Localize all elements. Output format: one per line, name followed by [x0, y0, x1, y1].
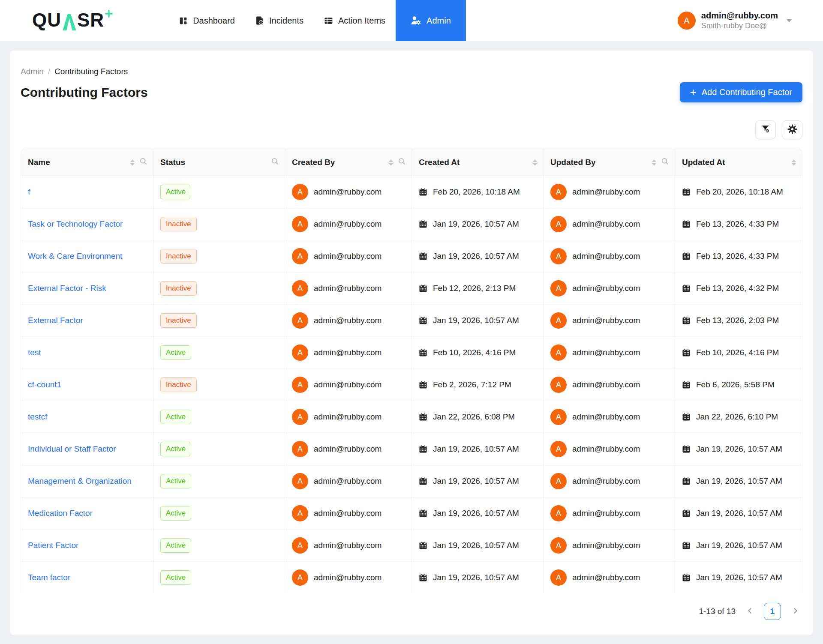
created-at-cell: Jan 19, 2026, 10:57 AM	[412, 497, 544, 529]
sort-toggle-icon[interactable]	[792, 159, 796, 166]
calendar-icon	[682, 541, 691, 550]
created-by-email: admin@rubby.com	[314, 444, 381, 454]
updated-at-cell: Jan 22, 2026, 6:10 PM	[675, 401, 802, 433]
updated-at-text: Feb 6, 2026, 5:58 PM	[696, 380, 775, 389]
created-by-avatar: A	[292, 505, 308, 521]
updated-at-text: Feb 13, 2026, 4:33 PM	[696, 219, 779, 229]
calendar-icon	[419, 509, 427, 518]
sort-toggle-icon[interactable]	[389, 159, 393, 166]
nav-item-admin[interactable]: Admin	[396, 0, 466, 41]
created-by-cell: A admin@rubby.com	[285, 497, 412, 529]
calendar-icon	[419, 413, 427, 421]
row-name-link[interactable]: Work & Care Environment	[28, 252, 122, 261]
status-badge: Active	[160, 506, 191, 520]
next-page-button[interactable]	[789, 604, 802, 619]
add-contributing-factor-button[interactable]: + Add Contributing Factor	[680, 82, 802, 102]
updated-by-cell: A admin@rubby.com	[544, 465, 675, 497]
created-by-cell: A admin@rubby.com	[285, 401, 412, 433]
search-icon[interactable]	[271, 158, 279, 167]
updated-by-email: admin@rubby.com	[572, 412, 640, 422]
created-by-cell: A admin@rubby.com	[285, 305, 412, 336]
row-name-link[interactable]: cf-count1	[28, 380, 61, 389]
status-badge: Active	[160, 570, 191, 584]
sort-toggle-icon[interactable]	[130, 159, 135, 166]
table-settings-button[interactable]	[782, 120, 802, 139]
updated-by-email: admin@rubby.com	[572, 252, 640, 261]
column-header-updated-at[interactable]: Updated At	[675, 149, 802, 176]
created-at-cell: Jan 19, 2026, 10:57 AM	[412, 562, 544, 593]
status-cell: Inactive	[153, 369, 285, 401]
row-name-link[interactable]: f	[28, 187, 30, 197]
updated-by-cell: A admin@rubby.com	[544, 562, 675, 593]
updated-by-email: admin@rubby.com	[572, 316, 640, 325]
status-badge: Active	[160, 474, 191, 488]
calendar-icon	[682, 220, 691, 228]
nav-item-incidents[interactable]: Incidents	[245, 0, 314, 41]
name-cell: cf-count1	[21, 369, 153, 401]
status-badge: Inactive	[160, 377, 197, 392]
user-menu[interactable]: A admin@rubby.com Smith-rubby Doe@	[678, 10, 792, 31]
nav-item-label: Dashboard	[193, 16, 235, 26]
contributing-factors-table: Name Status Created By	[21, 149, 802, 593]
table-row: Medication Factor Active A admin@rubby.c…	[21, 497, 802, 529]
previous-page-button[interactable]	[743, 604, 756, 619]
updated-at-cell: Jan 19, 2026, 10:57 AM	[675, 433, 802, 465]
updated-at-cell: Feb 20, 2026, 10:18 AM	[675, 176, 802, 208]
action-items-list-icon	[324, 16, 333, 25]
row-name-link[interactable]: Medication Factor	[28, 509, 93, 518]
updated-at-text: Jan 19, 2026, 10:57 AM	[696, 541, 782, 550]
column-header-created-by[interactable]: Created By	[285, 149, 412, 176]
column-header-created-at[interactable]: Created At	[412, 149, 544, 176]
sort-toggle-icon[interactable]	[533, 159, 537, 166]
calendar-icon	[419, 316, 427, 325]
row-name-link[interactable]: External Factor - Risk	[28, 284, 106, 293]
logo-text-suffix: SR	[77, 9, 104, 31]
nav-item-dashboard[interactable]: Dashboard	[168, 0, 245, 41]
created-at-text: Jan 19, 2026, 10:57 AM	[433, 444, 519, 454]
breadcrumb-admin-link[interactable]: Admin	[21, 67, 44, 76]
column-header-status[interactable]: Status	[153, 149, 285, 176]
created-by-avatar: A	[292, 216, 308, 232]
search-icon[interactable]	[140, 158, 147, 167]
main-nav: Dashboard Incidents	[168, 0, 466, 41]
created-at-text: Jan 19, 2026, 10:57 AM	[433, 219, 519, 229]
row-name-link[interactable]: Individual or Staff Factor	[28, 444, 116, 454]
updated-at-cell: Feb 6, 2026, 5:58 PM	[675, 369, 802, 401]
page-1-button[interactable]: 1	[764, 603, 781, 620]
row-name-link[interactable]: Task or Technology Factor	[28, 219, 123, 229]
created-at-text: Feb 10, 2026, 4:16 PM	[433, 348, 516, 357]
created-by-email: admin@rubby.com	[314, 316, 381, 325]
updated-at-cell: Feb 10, 2026, 4:16 PM	[675, 337, 802, 368]
updated-by-email: admin@rubby.com	[572, 219, 640, 229]
column-header-name[interactable]: Name	[21, 149, 153, 176]
created-by-email: admin@rubby.com	[314, 187, 381, 197]
created-at-cell: Jan 19, 2026, 10:57 AM	[412, 433, 544, 465]
row-name-link[interactable]: testcf	[28, 412, 47, 422]
row-name-link[interactable]: Patient Factor	[28, 541, 78, 550]
clear-filters-button[interactable]	[755, 120, 776, 139]
updated-by-avatar: A	[550, 441, 567, 457]
nav-item-label: Action Items	[338, 16, 385, 26]
status-cell: Inactive	[153, 305, 285, 336]
name-cell: Management & Organization	[21, 465, 153, 497]
created-at-cell: Feb 2, 2026, 7:12 PM	[412, 369, 544, 401]
search-icon[interactable]	[398, 158, 405, 167]
created-by-email: admin@rubby.com	[314, 348, 381, 357]
created-by-cell: A admin@rubby.com	[285, 240, 412, 272]
row-name-link[interactable]: External Factor	[28, 316, 83, 325]
updated-at-text: Jan 19, 2026, 10:57 AM	[696, 476, 782, 486]
brand-logo[interactable]: QU SR	[32, 9, 113, 32]
created-by-email: admin@rubby.com	[314, 541, 381, 550]
row-name-link[interactable]: Management & Organization	[28, 476, 132, 486]
row-name-link[interactable]: test	[28, 348, 41, 357]
column-header-updated-by[interactable]: Updated By	[544, 149, 675, 176]
created-at-cell: Jan 19, 2026, 10:57 AM	[412, 240, 544, 272]
row-name-link[interactable]: Team factor	[28, 573, 70, 582]
created-at-text: Feb 12, 2026, 2:13 PM	[433, 284, 516, 293]
user-gear-icon	[411, 16, 421, 25]
sort-toggle-icon[interactable]	[652, 159, 656, 166]
search-icon[interactable]	[661, 158, 669, 167]
pagination-summary: 1-13 of 13	[699, 607, 736, 616]
created-by-email: admin@rubby.com	[314, 476, 381, 486]
nav-item-action-items[interactable]: Action Items	[314, 0, 396, 41]
